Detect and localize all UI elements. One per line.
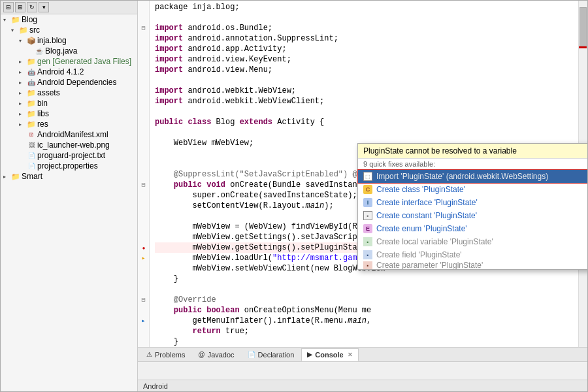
tree-item-project-props[interactable]: ▸ 📄 project.properties bbox=[1, 161, 137, 171]
tree-label: proguard-project.txt bbox=[37, 151, 105, 160]
quickfix-item-create-constant[interactable]: ▪ Create constant 'PluginState' bbox=[358, 209, 587, 222]
marker-line bbox=[138, 284, 149, 295]
code-line: } bbox=[155, 274, 573, 284]
marker-line bbox=[138, 159, 149, 169]
tab-javadoc[interactable]: @ Javadoc bbox=[192, 348, 240, 361]
problems-icon: ⚠ bbox=[146, 351, 152, 358]
expand-arrow: ▾ bbox=[3, 17, 10, 23]
marker-line bbox=[138, 127, 149, 138]
tree-item-src[interactable]: ▾ 📁 src bbox=[1, 25, 137, 35]
tree-item-manifest[interactable]: ▸ 🗎 AndroidManifest.xml bbox=[1, 129, 137, 140]
code-container[interactable]: ⊟ ⊟ bbox=[138, 1, 587, 347]
interface-icon: I bbox=[363, 198, 372, 207]
android-icon: 🤖 bbox=[27, 78, 36, 87]
marker-line bbox=[138, 65, 149, 75]
marker-line bbox=[138, 54, 149, 65]
expand-arrow: ▸ bbox=[19, 122, 25, 127]
quickfix-item-label: Create parameter 'PluginState' bbox=[376, 261, 483, 269]
marker-line bbox=[138, 201, 149, 211]
code-line: public class Blog extends Activity { bbox=[155, 117, 573, 127]
tree-item-package[interactable]: ▾ 📦 inja.blog bbox=[1, 35, 137, 46]
tab-label: Declaration bbox=[258, 351, 295, 359]
marker-line bbox=[138, 148, 149, 159]
status-text: Android bbox=[143, 382, 168, 390]
collapse-marker[interactable]: ⊟ bbox=[138, 295, 149, 305]
tree-item-res[interactable]: ▸ 📁 res bbox=[1, 119, 137, 129]
collapse-marker[interactable]: ⊟ bbox=[138, 23, 149, 33]
tab-problems[interactable]: ⚠ Problems bbox=[140, 348, 191, 361]
code-line: package inja.blog; bbox=[155, 2, 573, 12]
scroll-thumb[interactable] bbox=[580, 7, 587, 46]
marker-line bbox=[138, 274, 149, 284]
tree-item-smart[interactable]: ▸ 📁 Smart bbox=[1, 171, 137, 182]
import-icon: ⬚ bbox=[363, 172, 372, 181]
code-line bbox=[155, 106, 573, 117]
expand-arrow: ▸ bbox=[19, 90, 25, 96]
tree-item-libs[interactable]: ▸ 📁 libs bbox=[1, 108, 137, 119]
tree-item-gen[interactable]: ▸ 📁 gen [Generated Java Files] bbox=[1, 56, 137, 67]
marker-line bbox=[138, 117, 149, 127]
tree-item-blog[interactable]: ▾ 📁 Blog bbox=[1, 14, 137, 25]
marker-line bbox=[138, 33, 149, 44]
quickfix-item-create-param[interactable]: ▪ Create parameter 'PluginState' bbox=[358, 261, 587, 269]
quickfix-item-label: Create constant 'PluginState' bbox=[376, 211, 477, 220]
tab-declaration[interactable]: 📄 Declaration bbox=[242, 348, 301, 361]
refresh-button[interactable]: ↻ bbox=[27, 2, 37, 12]
collapse-marker[interactable]: ⊟ bbox=[138, 180, 149, 190]
tree-label: gen [Generated Java Files] bbox=[37, 57, 131, 66]
marker-line bbox=[138, 44, 149, 54]
quickfix-item-create-class[interactable]: C Create class 'PluginState' bbox=[358, 183, 587, 196]
quickfix-item-create-interface[interactable]: I Create interface 'PluginState' bbox=[358, 196, 587, 209]
tree-label: AndroidManifest.xml bbox=[37, 130, 108, 139]
tab-label: Problems bbox=[155, 351, 185, 359]
marker-line bbox=[138, 169, 149, 180]
warning-marker: ▸ bbox=[138, 253, 149, 263]
expand-all-button[interactable]: ⊞ bbox=[15, 2, 25, 12]
tree-label: assets bbox=[37, 88, 60, 97]
quickfix-item-create-local-var[interactable]: ▪ Create local variable 'PluginState' bbox=[358, 235, 587, 248]
tree-item-proguard[interactable]: ▸ 📄 proguard-project.txt bbox=[1, 150, 137, 161]
console-content bbox=[138, 362, 587, 380]
expand-arrow: ▸ bbox=[3, 174, 10, 180]
tree-item-assets[interactable]: ▸ 📁 assets bbox=[1, 88, 137, 98]
expand-arrow: ▸ bbox=[19, 69, 25, 75]
marker-line bbox=[138, 305, 149, 316]
tree-label: res bbox=[37, 120, 48, 129]
quickfix-item-create-field[interactable]: ▪ Create field 'PluginState' bbox=[358, 248, 587, 261]
tree-item-blog-java[interactable]: ▾ ☕ Blog.java bbox=[1, 46, 137, 56]
console-close-button[interactable]: ✕ bbox=[348, 351, 353, 358]
folder-icon: 📁 bbox=[11, 172, 20, 181]
tab-label: Javadoc bbox=[208, 351, 235, 359]
java-icon: ☕ bbox=[35, 46, 44, 56]
quickfix-item-label: Create interface 'PluginState' bbox=[376, 198, 478, 207]
code-line: import android.webkit.WebView; bbox=[155, 86, 573, 96]
expand-arrow: ▸ bbox=[19, 80, 25, 86]
marker-line bbox=[138, 86, 149, 96]
tab-console[interactable]: ▶ Console ✕ bbox=[301, 348, 358, 361]
code-line: import android.annotation.SuppressLint; bbox=[155, 33, 573, 44]
png-icon: 🖼 bbox=[27, 140, 36, 150]
xml-icon: 🗎 bbox=[27, 130, 36, 139]
error-marker: ⬥ bbox=[138, 242, 149, 253]
code-line: return true; bbox=[155, 326, 573, 336]
code-line bbox=[155, 75, 573, 86]
marker-line bbox=[138, 138, 149, 148]
tree-label: src bbox=[29, 25, 40, 35]
quickfix-item-create-enum[interactable]: E Create enum 'PluginState' bbox=[358, 222, 587, 235]
code-line: @Override bbox=[155, 295, 573, 305]
quickfix-item-import[interactable]: ⬚ Import 'PluginState' (android.webkit.W… bbox=[358, 170, 587, 183]
expand-arrow: ▸ bbox=[19, 101, 25, 106]
collapse-all-button[interactable]: ⊟ bbox=[3, 2, 14, 12]
expand-arrow: ▾ bbox=[19, 38, 25, 44]
folder-icon: 📁 bbox=[27, 57, 36, 66]
more-button[interactable]: ▾ bbox=[39, 2, 49, 12]
tab-label: Console bbox=[315, 351, 343, 359]
tree-item-android412[interactable]: ▸ 🤖 Android 4.1.2 bbox=[1, 67, 137, 77]
quickfix-header: PluginState cannot be resolved to a vari… bbox=[358, 144, 587, 159]
tree-item-ic-launcher[interactable]: ▸ 🖼 ic_launcher-web.png bbox=[1, 140, 137, 150]
tree-item-bin[interactable]: ▸ 📁 bin bbox=[1, 98, 137, 108]
tree-item-android-deps[interactable]: ▸ 🤖 Android Dependencies bbox=[1, 77, 137, 88]
quickfix-count-text: 9 quick fixes available: bbox=[363, 160, 435, 168]
expand-marker[interactable]: ▸ bbox=[138, 316, 149, 326]
marker-line bbox=[138, 106, 149, 117]
